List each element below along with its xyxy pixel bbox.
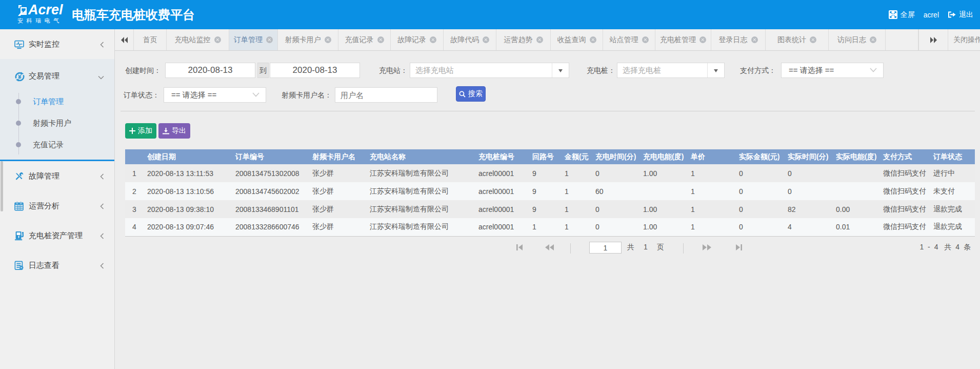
tab-12[interactable]: 图表统计	[766, 29, 829, 50]
table-cell: 1	[687, 182, 735, 200]
tab-3[interactable]: 射频卡用户	[278, 29, 338, 50]
column-header[interactable]: 金额(元	[561, 149, 592, 164]
tab-close-icon[interactable]	[642, 36, 649, 43]
column-header[interactable]: 射频卡用户名	[309, 149, 366, 164]
column-header[interactable]: 实际电能(度)	[832, 149, 879, 164]
date-from-input[interactable]	[165, 63, 255, 78]
column-header[interactable]: 创建日期	[144, 149, 232, 164]
tab-6[interactable]: 故障代码	[444, 29, 496, 50]
tab-4[interactable]: 充值记录	[338, 29, 391, 50]
app-page: Acrel 安科瑞电气 电瓶车充电桩收费平台 全屏	[0, 0, 980, 369]
logout-button[interactable]: 退出	[948, 10, 973, 20]
station-label: 充电站：	[377, 63, 408, 78]
column-header[interactable]: 订单状态	[930, 149, 975, 164]
tabs-scroll-left-button[interactable]	[115, 29, 134, 50]
sidebar-scrollbar[interactable]	[1, 161, 3, 211]
export-button[interactable]: 导出	[158, 123, 190, 139]
submenu-dot-icon	[16, 121, 21, 126]
search-button[interactable]: 搜索	[456, 86, 486, 102]
pile-dropdown-button[interactable]	[707, 63, 724, 77]
tab-7[interactable]: 运营趋势	[496, 29, 551, 50]
tab-5[interactable]: 故障记录	[391, 29, 444, 50]
card-user-input[interactable]	[335, 87, 437, 103]
sidebar-item-4[interactable]: 充电桩资产管理	[0, 221, 114, 250]
column-header[interactable]: 回路号	[529, 149, 561, 164]
column-header[interactable]: 单价	[687, 149, 735, 164]
tab-9[interactable]: 站点管理	[603, 29, 655, 50]
sidebar-item-1[interactable]: 交易管理	[0, 61, 114, 91]
tab-close-icon[interactable]	[810, 36, 816, 43]
sidebar-item-5[interactable]: 日志查看	[0, 250, 114, 280]
table-row-2[interactable]: 22020-08-13 13:10:562008134745602002张少群江…	[125, 182, 975, 200]
tab-close-icon[interactable]	[590, 36, 596, 43]
pile-combobox[interactable]: 选择充电桩	[617, 63, 725, 78]
tools-icon	[14, 171, 24, 181]
tab-0[interactable]: 首页	[134, 29, 167, 50]
fullscreen-label: 全屏	[901, 10, 915, 20]
tabs-scroll-right-button[interactable]	[918, 29, 948, 50]
table-row-3[interactable]: 32020-08-13 09:38:102008133468901101张少群江…	[125, 200, 975, 218]
tab-close-icon[interactable]	[214, 36, 221, 43]
column-header[interactable]: 实际时间(分)	[784, 149, 832, 164]
table-row-1[interactable]: 12020-08-13 13:11:532008134751302008张少群江…	[125, 164, 975, 182]
last-page-button[interactable]	[734, 244, 743, 253]
order-status-select[interactable]: == 请选择 ==	[164, 87, 266, 103]
tab-close-icon[interactable]	[870, 36, 876, 43]
sidebar: 实时监控交易管理订单管理射频卡用户充值记录故障管理运营分析充电桩资产管理日志查看	[0, 29, 115, 369]
charging-pile-icon	[14, 231, 24, 241]
first-page-icon	[516, 244, 524, 251]
tab-close-icon[interactable]	[699, 36, 706, 43]
page-number-input[interactable]	[589, 242, 622, 254]
sidebar-subitem-1-0[interactable]: 订单管理	[0, 91, 114, 112]
next-page-button[interactable]	[702, 244, 712, 253]
table-cell: 1	[561, 218, 592, 236]
station-combobox[interactable]: 选择充电站	[410, 63, 569, 78]
column-header[interactable]: 支付方式	[879, 149, 930, 164]
table-cell: 0	[592, 164, 639, 182]
table-cell: 2008134751302008	[232, 164, 309, 182]
tab-close-icon[interactable]	[536, 36, 543, 43]
brand-name: Acrel	[28, 2, 63, 18]
tab-close-icon[interactable]	[377, 36, 384, 43]
table-cell: 9	[529, 200, 561, 218]
tab-close-icon[interactable]	[266, 36, 273, 43]
transaction-icon	[14, 71, 24, 81]
tab-2[interactable]: 订单管理	[229, 29, 278, 50]
fullscreen-button[interactable]: 全屏	[889, 10, 915, 20]
sidebar-item-3[interactable]: 运营分析	[0, 191, 114, 221]
tab-close-icon[interactable]	[751, 36, 758, 43]
column-header[interactable]: 充电时间(分)	[592, 149, 639, 164]
tab-close-icon[interactable]	[430, 36, 436, 43]
tab-10[interactable]: 充电桩管理	[655, 29, 711, 50]
table-cell: 江苏安科瑞制造有限公司	[366, 164, 475, 182]
column-header[interactable]: 充电桩编号	[475, 149, 529, 164]
column-header[interactable]	[125, 149, 144, 164]
prev-page-button[interactable]	[545, 244, 554, 253]
column-header[interactable]: 订单编号	[232, 149, 309, 164]
add-button[interactable]: 添加	[125, 123, 156, 139]
tab-close-icon[interactable]	[325, 36, 331, 43]
calendar-icon	[14, 201, 24, 211]
sidebar-item-0[interactable]: 实时监控	[0, 29, 114, 59]
close-operations-menu[interactable]: 关闭操作	[948, 29, 980, 50]
add-label: 添加	[138, 126, 152, 135]
tab-label: 收益查询	[557, 35, 586, 45]
date-to-input[interactable]	[270, 63, 360, 78]
station-dropdown-button[interactable]	[552, 63, 569, 77]
pay-method-select[interactable]: == 请选择 ==	[781, 63, 884, 78]
tab-8[interactable]: 收益查询	[551, 29, 603, 50]
column-header[interactable]: 充电站名称	[366, 149, 475, 164]
first-page-button[interactable]	[516, 244, 524, 253]
sidebar-subitem-1-1[interactable]: 射频卡用户	[0, 112, 114, 134]
tab-11[interactable]: 登录日志	[711, 29, 766, 50]
username[interactable]: acrel	[924, 11, 939, 19]
tab-1[interactable]: 充电站监控	[167, 29, 229, 50]
sidebar-item-2[interactable]: 故障管理	[0, 161, 114, 191]
sidebar-subitem-1-2[interactable]: 充值记录	[0, 134, 114, 156]
table-row-4[interactable]: 42020-08-13 09:07:462008133286600746张少群江…	[125, 218, 975, 236]
column-header[interactable]: 实际金额(元)	[735, 149, 784, 164]
table-cell: acrel00001	[475, 218, 529, 236]
tab-13[interactable]: 访问日志	[829, 29, 886, 50]
tab-close-icon[interactable]	[483, 36, 489, 43]
column-header[interactable]: 充电电能(度)	[639, 149, 687, 164]
